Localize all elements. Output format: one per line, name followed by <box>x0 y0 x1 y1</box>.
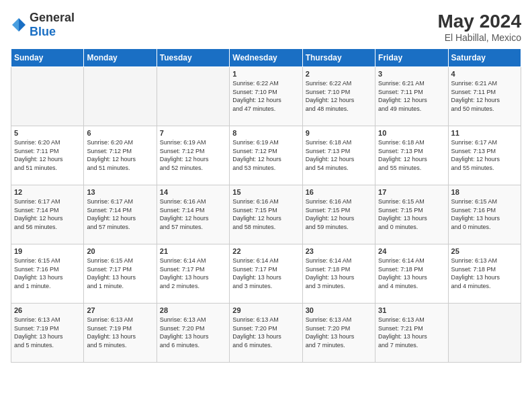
table-row <box>157 67 229 126</box>
col-saturday: Saturday <box>448 49 521 67</box>
table-row: 10Sunrise: 6:18 AM Sunset: 7:13 PM Dayli… <box>375 126 448 185</box>
day-info: Sunrise: 6:14 AM Sunset: 7:17 PM Dayligh… <box>232 257 299 290</box>
day-number: 13 <box>87 188 153 196</box>
table-row: 26Sunrise: 6:13 AM Sunset: 7:19 PM Dayli… <box>11 304 84 363</box>
calendar-week-row: 1Sunrise: 6:22 AM Sunset: 7:10 PM Daylig… <box>11 67 521 126</box>
day-number: 12 <box>14 188 81 196</box>
col-thursday: Thursday <box>302 49 375 67</box>
day-info: Sunrise: 6:21 AM Sunset: 7:11 PM Dayligh… <box>451 79 518 113</box>
day-number: 24 <box>378 247 445 255</box>
day-info: Sunrise: 6:13 AM Sunset: 7:21 PM Dayligh… <box>378 316 445 349</box>
day-info: Sunrise: 6:14 AM Sunset: 7:18 PM Dayligh… <box>378 257 445 290</box>
calendar-week-row: 26Sunrise: 6:13 AM Sunset: 7:19 PM Dayli… <box>11 304 521 363</box>
table-row <box>11 67 84 126</box>
table-row: 27Sunrise: 6:13 AM Sunset: 7:19 PM Dayli… <box>84 304 157 363</box>
day-info: Sunrise: 6:18 AM Sunset: 7:13 PM Dayligh… <box>306 138 372 172</box>
day-number: 25 <box>451 247 518 255</box>
day-info: Sunrise: 6:19 AM Sunset: 7:12 PM Dayligh… <box>160 138 226 172</box>
day-info: Sunrise: 6:17 AM Sunset: 7:14 PM Dayligh… <box>14 197 81 231</box>
day-number: 15 <box>232 188 299 196</box>
day-number: 26 <box>14 306 81 314</box>
day-number: 30 <box>306 306 372 314</box>
table-row: 3Sunrise: 6:21 AM Sunset: 7:11 PM Daylig… <box>375 67 448 126</box>
table-row: 22Sunrise: 6:14 AM Sunset: 7:17 PM Dayli… <box>230 244 302 304</box>
day-info: Sunrise: 6:16 AM Sunset: 7:15 PM Dayligh… <box>232 197 299 231</box>
day-info: Sunrise: 6:13 AM Sunset: 7:18 PM Dayligh… <box>451 257 518 290</box>
logo: General Blue <box>11 11 75 39</box>
day-number: 23 <box>306 247 372 255</box>
day-info: Sunrise: 6:13 AM Sunset: 7:19 PM Dayligh… <box>87 316 153 349</box>
table-row <box>84 67 157 126</box>
calendar-week-row: 12Sunrise: 6:17 AM Sunset: 7:14 PM Dayli… <box>11 185 521 244</box>
table-row: 5Sunrise: 6:20 AM Sunset: 7:11 PM Daylig… <box>11 126 84 185</box>
table-row: 30Sunrise: 6:13 AM Sunset: 7:20 PM Dayli… <box>302 304 375 363</box>
day-info: Sunrise: 6:15 AM Sunset: 7:16 PM Dayligh… <box>451 197 518 231</box>
logo-text: General Blue <box>30 11 75 39</box>
day-info: Sunrise: 6:13 AM Sunset: 7:19 PM Dayligh… <box>14 316 81 349</box>
day-info: Sunrise: 6:20 AM Sunset: 7:11 PM Dayligh… <box>14 138 81 172</box>
day-info: Sunrise: 6:15 AM Sunset: 7:17 PM Dayligh… <box>87 257 153 290</box>
table-row: 20Sunrise: 6:15 AM Sunset: 7:17 PM Dayli… <box>84 244 157 304</box>
day-info: Sunrise: 6:22 AM Sunset: 7:10 PM Dayligh… <box>306 79 372 113</box>
location-subtitle: El Habillal, Mexico <box>437 32 521 43</box>
day-number: 14 <box>160 188 226 196</box>
table-row: 4Sunrise: 6:21 AM Sunset: 7:11 PM Daylig… <box>448 67 521 126</box>
table-row: 12Sunrise: 6:17 AM Sunset: 7:14 PM Dayli… <box>11 185 84 244</box>
calendar-table: Sunday Monday Tuesday Wednesday Thursday… <box>11 48 521 363</box>
day-number: 4 <box>451 70 518 78</box>
day-number: 18 <box>451 188 518 196</box>
day-number: 31 <box>378 306 445 314</box>
table-row: 11Sunrise: 6:17 AM Sunset: 7:13 PM Dayli… <box>448 126 521 185</box>
month-year-title: May 2024 <box>437 11 521 32</box>
day-info: Sunrise: 6:14 AM Sunset: 7:18 PM Dayligh… <box>306 257 372 290</box>
logo-blue: Blue <box>30 25 56 38</box>
title-block: May 2024 El Habillal, Mexico <box>437 11 521 43</box>
day-info: Sunrise: 6:17 AM Sunset: 7:13 PM Dayligh… <box>451 138 518 172</box>
day-number: 21 <box>160 247 226 255</box>
day-number: 9 <box>306 129 372 137</box>
table-row: 19Sunrise: 6:15 AM Sunset: 7:16 PM Dayli… <box>11 244 84 304</box>
table-row: 7Sunrise: 6:19 AM Sunset: 7:12 PM Daylig… <box>157 126 229 185</box>
table-row: 29Sunrise: 6:13 AM Sunset: 7:20 PM Dayli… <box>230 304 302 363</box>
day-number: 20 <box>87 247 153 255</box>
col-sunday: Sunday <box>11 49 84 67</box>
day-number: 8 <box>232 129 299 137</box>
day-number: 17 <box>378 188 445 196</box>
table-row: 18Sunrise: 6:15 AM Sunset: 7:16 PM Dayli… <box>448 185 521 244</box>
day-number: 6 <box>87 129 153 137</box>
logo-icon <box>11 17 27 33</box>
day-number: 7 <box>160 129 226 137</box>
day-info: Sunrise: 6:14 AM Sunset: 7:17 PM Dayligh… <box>160 257 226 290</box>
table-row: 25Sunrise: 6:13 AM Sunset: 7:18 PM Dayli… <box>448 244 521 304</box>
table-row: 21Sunrise: 6:14 AM Sunset: 7:17 PM Dayli… <box>157 244 229 304</box>
day-info: Sunrise: 6:19 AM Sunset: 7:12 PM Dayligh… <box>232 138 299 172</box>
table-row: 31Sunrise: 6:13 AM Sunset: 7:21 PM Dayli… <box>375 304 448 363</box>
day-info: Sunrise: 6:13 AM Sunset: 7:20 PM Dayligh… <box>306 316 372 349</box>
day-info: Sunrise: 6:15 AM Sunset: 7:16 PM Dayligh… <box>14 257 81 290</box>
day-number: 5 <box>14 129 81 137</box>
calendar-header-row: Sunday Monday Tuesday Wednesday Thursday… <box>11 49 521 67</box>
day-number: 28 <box>160 306 226 314</box>
table-row: 8Sunrise: 6:19 AM Sunset: 7:12 PM Daylig… <box>230 126 302 185</box>
day-number: 16 <box>306 188 372 196</box>
day-info: Sunrise: 6:22 AM Sunset: 7:10 PM Dayligh… <box>232 79 299 113</box>
day-info: Sunrise: 6:17 AM Sunset: 7:14 PM Dayligh… <box>87 197 153 231</box>
table-row: 28Sunrise: 6:13 AM Sunset: 7:20 PM Dayli… <box>157 304 229 363</box>
table-row: 17Sunrise: 6:15 AM Sunset: 7:15 PM Dayli… <box>375 185 448 244</box>
table-row: 9Sunrise: 6:18 AM Sunset: 7:13 PM Daylig… <box>302 126 375 185</box>
table-row: 14Sunrise: 6:16 AM Sunset: 7:14 PM Dayli… <box>157 185 229 244</box>
day-number: 2 <box>306 70 372 78</box>
day-number: 11 <box>451 129 518 137</box>
day-info: Sunrise: 6:21 AM Sunset: 7:11 PM Dayligh… <box>378 79 445 113</box>
table-row: 6Sunrise: 6:20 AM Sunset: 7:12 PM Daylig… <box>84 126 157 185</box>
day-info: Sunrise: 6:13 AM Sunset: 7:20 PM Dayligh… <box>232 316 299 349</box>
table-row: 13Sunrise: 6:17 AM Sunset: 7:14 PM Dayli… <box>84 185 157 244</box>
logo-general: General <box>30 11 75 24</box>
day-info: Sunrise: 6:13 AM Sunset: 7:20 PM Dayligh… <box>160 316 226 349</box>
col-tuesday: Tuesday <box>157 49 229 67</box>
svg-marker-1 <box>12 18 19 32</box>
calendar-week-row: 19Sunrise: 6:15 AM Sunset: 7:16 PM Dayli… <box>11 244 521 304</box>
col-wednesday: Wednesday <box>230 49 302 67</box>
day-info: Sunrise: 6:18 AM Sunset: 7:13 PM Dayligh… <box>378 138 445 172</box>
table-row: 15Sunrise: 6:16 AM Sunset: 7:15 PM Dayli… <box>230 185 302 244</box>
